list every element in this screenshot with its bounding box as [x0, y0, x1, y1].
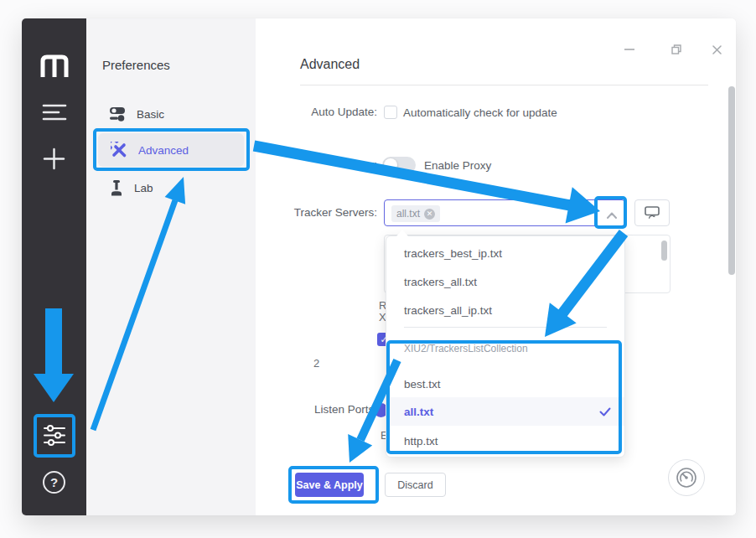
tracker-servers-label: Tracker Servers:: [256, 206, 377, 219]
highlight-box-preferences-icon: [34, 414, 75, 458]
dropdown-divider: [404, 327, 607, 328]
title-divider: [300, 85, 708, 85]
dropdown-item[interactable]: trackers_all.txt: [386, 268, 624, 295]
main-scrollbar[interactable]: [728, 86, 735, 275]
lab-stamp-icon: [110, 180, 123, 196]
selected-tag: all.txt ✕: [391, 205, 440, 222]
nav-item-lab[interactable]: Lab: [110, 178, 244, 198]
sync-trackers-button[interactable]: [634, 199, 670, 226]
toggles-icon: [110, 106, 126, 122]
proxy-label: Proxy:: [256, 158, 377, 171]
highlight-box-dropdown-group: [386, 340, 622, 454]
proxy-option-label: Enable Proxy: [424, 159, 491, 172]
motrix-logo-icon: [39, 54, 70, 77]
close-button[interactable]: [705, 39, 728, 60]
maximize-button[interactable]: [665, 39, 688, 60]
task-list-icon[interactable]: [42, 103, 67, 122]
proxy-toggle[interactable]: [382, 157, 416, 173]
speedometer-icon: [676, 467, 697, 489]
dropdown-item[interactable]: trackers_all_ip.txt: [386, 297, 624, 323]
speed-indicator-button[interactable]: [668, 459, 705, 496]
app-window: ? Preferences Basic Advanced Lab: [22, 18, 736, 515]
dropdown-notch: [396, 230, 408, 236]
auto-update-label: Auto Update:: [256, 106, 377, 118]
toggle-knob: [384, 158, 397, 172]
page-title: Advanced: [300, 57, 360, 72]
tag-label: all.txt: [396, 208, 420, 220]
highlight-box-chevron: [594, 196, 627, 229]
highlight-box-save-button: [288, 466, 379, 504]
minimize-button[interactable]: [618, 39, 641, 60]
discard-button[interactable]: Discard: [385, 473, 446, 497]
listen-ports-label: Listen Ports:: [256, 403, 377, 416]
textarea-scrollbar[interactable]: [661, 241, 667, 261]
nav-title: Preferences: [102, 58, 170, 72]
auto-update-checkbox[interactable]: [384, 106, 397, 119]
tracker-servers-select[interactable]: all.txt ✕: [384, 199, 625, 226]
tag-remove-icon[interactable]: ✕: [424, 209, 435, 220]
highlight-box-advanced: [93, 128, 250, 171]
auto-update-option-label: Automatically check for update: [403, 106, 557, 119]
nav-item-basic[interactable]: Basic: [110, 104, 244, 124]
obscured-text-fragment: 2: [313, 357, 319, 370]
nav-item-label: Basic: [137, 108, 164, 121]
app-screenshot: ? Preferences Basic Advanced Lab: [0, 0, 756, 538]
nav-item-label: Lab: [134, 182, 153, 194]
help-icon[interactable]: ?: [43, 471, 65, 494]
dropdown-item[interactable]: trackers_best_ip.txt: [386, 240, 624, 266]
preferences-nav: Preferences Basic Advanced Lab: [86, 18, 256, 515]
add-task-icon[interactable]: [43, 147, 65, 170]
